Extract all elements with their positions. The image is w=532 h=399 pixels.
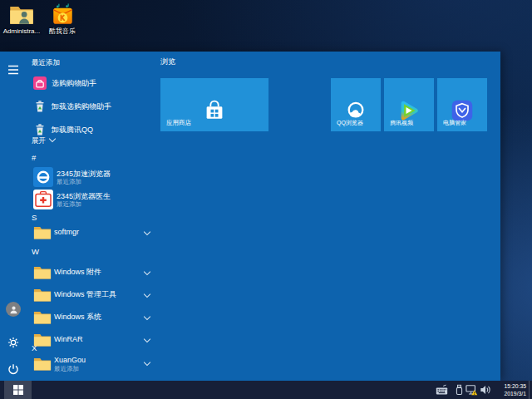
power-button[interactable] — [6, 362, 21, 377]
tile-app-store[interactable]: 应用商店 — [160, 78, 268, 131]
expand-button[interactable]: 展开 — [32, 136, 55, 146]
uninstall-icon — [33, 123, 47, 136]
app-list-folder-windows-accessories[interactable]: Windows 附件 — [32, 263, 155, 281]
network-warning-icon[interactable] — [466, 384, 478, 396]
gear-icon — [7, 337, 19, 348]
app-list-item-uninstall-tencent-qq[interactable]: 卸载腾讯QQ — [32, 123, 155, 136]
folder-label: Windows 管理工具 — [54, 285, 116, 303]
clock-time: 15:20:35 — [491, 382, 526, 390]
app-label: 卸载选购购物助手 — [52, 100, 111, 113]
tile-label: 应用商店 — [166, 119, 191, 127]
folder-label: WinRAR — [54, 330, 83, 348]
browser-2345-icon — [33, 167, 53, 187]
start-button[interactable] — [4, 381, 32, 399]
tile-pc-manager[interactable]: 电脑管家 — [437, 78, 487, 131]
app-list-item-uninstall-shopping-assistant[interactable]: 卸载选购购物助手 — [32, 100, 155, 113]
start-menu: 最近添加 选购购物助手 卸载选购购物助手 卸载腾讯QQ 展开 # 2345加速浏… — [0, 52, 500, 381]
desktop-icon-administrator[interactable]: Administra... — [0, 4, 43, 35]
tile-label: QQ浏览器 — [337, 119, 363, 127]
app-list-item-2345-browser[interactable]: 2345加速浏览器 最近添加 — [32, 167, 155, 188]
recently-added-tag: 最近添加 — [54, 365, 79, 373]
tile-tencent-video[interactable]: 腾讯视频 — [384, 78, 434, 131]
hamburger-icon — [7, 65, 19, 75]
app-list-folder-xuangou[interactable]: XuanGou 最近添加 — [32, 354, 155, 375]
desktop-icon-kuwo-music[interactable]: 酷我音乐 — [41, 3, 84, 35]
folder-label: XuanGou — [54, 356, 86, 364]
chevron-down-icon — [144, 336, 150, 342]
section-letter-s[interactable]: S — [32, 213, 37, 222]
folder-icon — [33, 224, 52, 240]
tile-group-header[interactable]: 浏览 — [160, 57, 175, 67]
folder-icon — [33, 356, 52, 372]
chevron-down-icon — [144, 268, 150, 275]
taskbar-clock[interactable]: 15:20:35 2019/3/1 — [491, 382, 526, 397]
folder-label: softmgr — [54, 223, 79, 241]
power-icon — [7, 363, 19, 375]
volume-icon[interactable] — [480, 384, 491, 396]
settings-button[interactable] — [6, 335, 21, 350]
store-bag-icon — [202, 98, 227, 123]
folder-icon — [33, 287, 52, 303]
folder-icon — [33, 264, 52, 280]
app-label: 卸载腾讯QQ — [52, 123, 93, 136]
app-list-folder-windows-admin-tools[interactable]: Windows 管理工具 — [32, 285, 155, 303]
chevron-down-icon — [49, 135, 56, 142]
app-list-folder-softmgr[interactable]: softmgr — [32, 223, 155, 241]
folder-icon — [33, 309, 52, 325]
user-account-button[interactable] — [6, 302, 21, 317]
show-desktop-button[interactable] — [529, 381, 532, 399]
tile-label: 电脑管家 — [443, 119, 466, 127]
tile-label: 腾讯视频 — [390, 119, 413, 127]
first-aid-kit-icon — [33, 190, 53, 209]
touch-keyboard-icon[interactable] — [436, 384, 448, 396]
chevron-down-icon — [144, 359, 150, 366]
shopping-bag-icon — [33, 76, 47, 90]
clock-date: 2019/3/1 — [491, 390, 526, 397]
app-list-item-shopping-assistant[interactable]: 选购购物助手 — [32, 76, 155, 90]
user-icon — [8, 304, 19, 315]
kuwo-music-icon — [52, 3, 74, 26]
windows-logo-icon — [13, 385, 23, 395]
app-list-folder-winrar[interactable]: WinRAR — [32, 330, 155, 348]
section-letter-hash[interactable]: # — [32, 153, 36, 162]
screen: Administra... 酷我音乐 最近添加 选购购物助手 卸载选购购物助手 — [0, 0, 532, 399]
app-list-item-2345-browser-doctor[interactable]: 2345浏览器医生 最近添加 — [32, 190, 155, 210]
folder-label: Windows 系统 — [54, 308, 101, 326]
folder-label: Windows 附件 — [54, 263, 101, 281]
tile-qq-browser[interactable]: QQ浏览器 — [331, 78, 381, 131]
chevron-down-icon — [144, 291, 150, 298]
section-letter-w[interactable]: W — [32, 247, 39, 256]
chevron-down-icon — [144, 313, 150, 320]
expand-label: 展开 — [32, 136, 46, 145]
recently-added-tag: 最近添加 — [57, 200, 81, 209]
desktop-icon-label: Administra... — [0, 27, 43, 35]
app-label: 选购购物助手 — [52, 76, 96, 90]
desktop-icon-label: 酷我音乐 — [41, 27, 84, 35]
taskbar: 15:20:35 2019/3/1 — [0, 381, 532, 399]
hamburger-menu-button[interactable] — [6, 62, 21, 77]
app-list-folder-windows-system[interactable]: Windows 系统 — [32, 308, 155, 326]
recently-added-header: 最近添加 — [32, 58, 60, 68]
recently-added-tag: 最近添加 — [57, 178, 81, 186]
user-folder-icon — [9, 4, 34, 26]
chevron-down-icon — [144, 229, 150, 235]
uninstall-icon — [33, 100, 47, 113]
section-letter-x[interactable]: X — [32, 343, 37, 352]
usb-device-icon[interactable] — [454, 384, 465, 396]
